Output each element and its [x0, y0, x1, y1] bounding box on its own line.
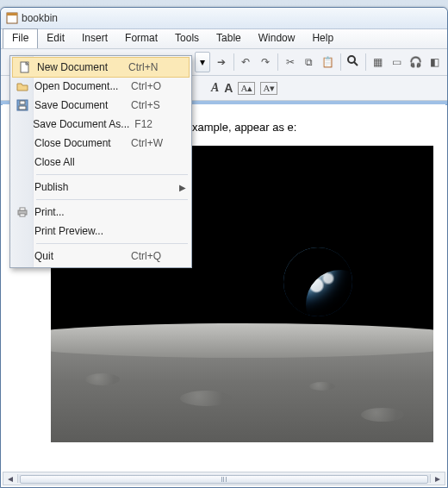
save-doc-icon [10, 99, 34, 111]
menubar: File Edit Insert Format Tools Table Wind… [1, 29, 447, 49]
style-a2-button[interactable]: A [224, 81, 233, 95]
menu-item-close-document[interactable]: Close DocumentCtrl+W [10, 134, 191, 153]
redo-icon: ↷ [261, 56, 270, 68]
copy-button[interactable]: ⧉ [301, 53, 318, 72]
tag-icon: ◧ [430, 56, 439, 68]
menu-item-shortcut: Ctrl+O [131, 80, 179, 92]
svg-point-2 [348, 56, 355, 63]
scroll-track[interactable] [17, 474, 431, 483]
menu-window[interactable]: Window [250, 29, 304, 48]
headphones-icon: 🎧 [409, 56, 422, 68]
file-menu-dropdown: New DocumentCtrl+NOpen Document...Ctrl+O… [9, 55, 192, 268]
undo-button[interactable]: ↶ [237, 53, 254, 72]
font-increase-button[interactable]: A▴ [238, 82, 255, 95]
moon-surface [51, 336, 433, 442]
menu-item-close-all[interactable]: Close All [10, 153, 191, 172]
copy-icon: ⧉ [305, 56, 313, 68]
menu-item-label: Close All [34, 156, 131, 168]
open-doc-icon [10, 80, 34, 92]
separator [365, 53, 366, 71]
grid-button[interactable]: ▦ [370, 53, 387, 72]
menu-edit[interactable]: Edit [38, 29, 73, 48]
arrow-right-icon: ➔ [217, 56, 226, 68]
submenu-arrow-icon: ▶ [179, 183, 191, 192]
svg-rect-6 [19, 106, 26, 109]
tag-button[interactable]: ◧ [426, 53, 444, 72]
menu-item-shortcut: F12 [134, 118, 180, 130]
menu-separator [36, 174, 188, 175]
menu-format[interactable]: Format [116, 29, 166, 48]
grid-icon: ▦ [373, 56, 383, 68]
menu-insert[interactable]: Insert [73, 29, 116, 48]
menu-item-print-preview[interactable]: Print Preview... [10, 222, 191, 241]
menu-table[interactable]: Table [208, 29, 250, 48]
new-doc-icon [13, 61, 37, 73]
toolbar-dropdown[interactable]: ▾ [195, 52, 210, 72]
scroll-thumb[interactable] [20, 475, 428, 484]
menu-item-save-document[interactable]: Save DocumentCtrl+S [10, 96, 191, 115]
menu-item-label: New Document [37, 61, 128, 73]
menu-item-shortcut: Ctrl+S [131, 99, 179, 111]
scroll-right-button[interactable]: ▸ [431, 473, 445, 484]
chevron-down-icon: ▾ [200, 56, 205, 68]
audio-button[interactable]: 🎧 [408, 53, 425, 72]
search-button[interactable] [345, 53, 362, 72]
panel-button[interactable]: ▭ [389, 53, 406, 72]
svg-line-3 [354, 62, 358, 66]
menu-item-label: Save Document [34, 99, 131, 111]
style-a-button[interactable]: A [211, 81, 219, 95]
paste-icon: 📋 [321, 56, 334, 68]
separator [233, 53, 234, 71]
menu-item-label: Open Document... [34, 80, 131, 92]
forward-button[interactable]: ➔ [212, 53, 229, 72]
titlebar[interactable]: bookbin [1, 8, 447, 29]
menu-item-label: Quit [34, 250, 131, 262]
paste-button[interactable]: 📋 [320, 53, 337, 72]
menu-item-label: Print Preview... [34, 225, 131, 237]
redo-button[interactable]: ↷ [257, 53, 274, 72]
horizontal-scrollbar[interactable]: ◂ ▸ [3, 472, 445, 485]
menu-item-new-document[interactable]: New DocumentCtrl+N [12, 57, 190, 78]
scroll-left-button[interactable]: ◂ [3, 473, 17, 484]
app-window: bookbin File Edit Insert Format Tools Ta… [0, 7, 448, 488]
menu-item-label: Print... [34, 206, 131, 218]
menu-item-shortcut: Ctrl+Q [131, 250, 179, 262]
menu-help[interactable]: Help [303, 29, 342, 48]
menu-item-shortcut: Ctrl+N [128, 61, 177, 73]
panel-icon: ▭ [392, 56, 401, 68]
window-title: bookbin [22, 12, 58, 24]
menu-item-shortcut: Ctrl+W [131, 137, 179, 149]
separator [340, 53, 341, 71]
svg-rect-10 [20, 214, 25, 216]
menu-item-label: Close Document [34, 137, 131, 149]
search-icon [346, 54, 359, 70]
cut-icon: ✂ [286, 56, 295, 68]
menu-separator [36, 199, 188, 200]
svg-rect-9 [20, 208, 25, 210]
app-icon [6, 12, 18, 24]
menu-tools[interactable]: Tools [166, 29, 208, 48]
font-decrease-button[interactable]: A▾ [260, 82, 277, 95]
menu-item-open-document[interactable]: Open Document...Ctrl+O [10, 77, 191, 96]
menu-item-label: Publish [34, 181, 131, 193]
separator [277, 53, 278, 71]
menu-item-quit[interactable]: QuitCtrl+Q [10, 247, 191, 266]
svg-rect-1 [7, 13, 17, 16]
svg-rect-7 [20, 101, 25, 104]
menu-item-print[interactable]: Print... [10, 203, 191, 222]
menu-item-save-document-as[interactable]: Save Document As...F12 [10, 115, 191, 134]
menu-separator [36, 243, 188, 244]
print-icon [10, 206, 34, 218]
menu-file[interactable]: File [3, 28, 38, 48]
cut-button[interactable]: ✂ [282, 53, 299, 72]
menu-item-label: Save Document As... [33, 118, 134, 130]
undo-icon: ↶ [241, 56, 250, 68]
menu-item-publish[interactable]: Publish▶ [10, 178, 191, 197]
